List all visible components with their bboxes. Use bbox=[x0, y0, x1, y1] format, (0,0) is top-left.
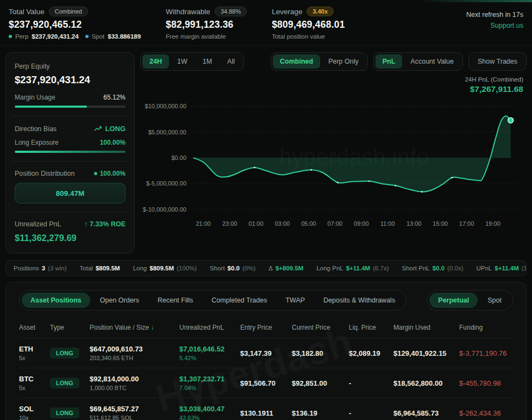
direction-bias-label: Direction Bias bbox=[15, 125, 57, 133]
distribution-dot-icon bbox=[94, 172, 97, 175]
perp-only-toggle[interactable]: Perp Only bbox=[321, 54, 366, 69]
side-badge: LONG bbox=[50, 378, 79, 388]
col-current-price[interactable]: Current Price bbox=[292, 324, 349, 331]
withdrawable-label: Withdrawable bbox=[166, 8, 210, 16]
summary-item: Δ$+809.5M bbox=[268, 265, 303, 271]
show-trades-button[interactable]: Show Trades bbox=[471, 54, 524, 69]
range-1w-tab[interactable]: 1W bbox=[170, 54, 195, 69]
pnl-chart-section: 24H 1W 1M All Combined Perp Only PnL Acc… bbox=[140, 52, 527, 254]
svg-text:23:00: 23:00 bbox=[222, 220, 237, 227]
col-margin-used[interactable]: Margin Used bbox=[393, 324, 459, 331]
support-us-link[interactable]: Support us bbox=[466, 22, 523, 29]
divider bbox=[12, 161, 128, 162]
unrealized-pnl: $1,307,232.71 bbox=[179, 375, 240, 383]
entry-price: $91,506.70 bbox=[240, 379, 292, 387]
position-distribution-box[interactable]: 809.47M bbox=[15, 183, 126, 203]
range-24h-tab[interactable]: 24H bbox=[142, 54, 169, 69]
unrealized-pnl-value: $11,362,279.69 bbox=[15, 233, 126, 243]
funding: $-3,771,190.76 bbox=[459, 349, 513, 357]
svg-text:17:00: 17:00 bbox=[459, 220, 474, 227]
chart-pnl-label: 24H PnL (Combined) bbox=[140, 76, 523, 83]
direction-bias-value: LONG bbox=[105, 125, 126, 133]
positions-table-card: Hyperdash Asset PositionsOpen OrdersRece… bbox=[5, 282, 527, 420]
perpetual-tab[interactable]: Perpetual bbox=[429, 293, 478, 308]
combined-toggle[interactable]: Combined bbox=[273, 54, 320, 69]
col-type[interactable]: Type bbox=[50, 324, 90, 331]
show-trades-group: Show Trades bbox=[468, 52, 527, 71]
current-price: $3,182.80 bbox=[292, 349, 349, 357]
long-exposure-label: Long Exposure bbox=[15, 139, 59, 146]
col-entry-price[interactable]: Entry Price bbox=[240, 324, 292, 331]
perp-equity-label: Perp Equity bbox=[15, 63, 126, 70]
svg-text:$-10,000,000.00: $-10,000,000.00 bbox=[143, 206, 186, 213]
leverage-stat: Leverage 3.40x $809,469,468.01 Total pos… bbox=[272, 7, 345, 40]
svg-text:13:00: 13:00 bbox=[406, 220, 422, 227]
long-exposure-bar bbox=[15, 151, 126, 153]
svg-text:$5,000,000.00: $5,000,000.00 bbox=[148, 129, 186, 135]
range-all-tab[interactable]: All bbox=[220, 54, 242, 69]
svg-text:19:00: 19:00 bbox=[485, 220, 500, 227]
tab-recent-fills[interactable]: Recent Fills bbox=[149, 293, 202, 308]
chart-pnl-value: $7,267,911.68 bbox=[140, 84, 523, 94]
position-size: 1,000.00 BTC bbox=[90, 385, 179, 391]
tab-open-orders[interactable]: Open Orders bbox=[91, 293, 148, 308]
table-row[interactable]: SOL10xLONG$69,645,857.27511,612.85 SOL$3… bbox=[19, 398, 513, 420]
margin-used: $129,401,922.15 bbox=[393, 349, 459, 357]
entry-price: $3,147.39 bbox=[240, 349, 292, 357]
asset-symbol: SOL bbox=[19, 405, 50, 413]
mode-toggle-group: Combined Perp Only bbox=[271, 52, 368, 71]
tab-deposits-withdrawals[interactable]: Deposits & Withdrawals bbox=[315, 293, 404, 308]
liq-price: $2,089.19 bbox=[349, 349, 393, 357]
withdrawable-stat: Withdrawable 34.88% $82,991,123.36 Free … bbox=[166, 7, 247, 40]
withdrawable-pct-badge: 34.88% bbox=[215, 7, 247, 16]
svg-text:21:00: 21:00 bbox=[196, 220, 211, 227]
summary-item: Short$0.0(0%) bbox=[210, 265, 255, 271]
unrealized-pnl-pct: 7.04% bbox=[179, 385, 240, 391]
position-value: $647,009,610.73 bbox=[90, 345, 179, 353]
current-price: $92,851.00 bbox=[292, 379, 349, 387]
position-value: $69,645,857.27 bbox=[90, 405, 179, 413]
trend-up-icon bbox=[94, 126, 102, 132]
range-1m-tab[interactable]: 1M bbox=[196, 54, 219, 69]
col-asset[interactable]: Asset bbox=[19, 324, 50, 331]
asset-leverage: 5x bbox=[19, 355, 50, 361]
margin-used: $6,964,585.73 bbox=[393, 409, 459, 417]
col-position-value[interactable]: Position Value / Size ↓ bbox=[90, 324, 179, 331]
asset-leverage: 10x bbox=[19, 415, 50, 420]
tab-completed-trades[interactable]: Completed Trades bbox=[203, 293, 276, 308]
table-row[interactable]: BTC5xLONG$92,814,000.001,000.00 BTC$1,30… bbox=[19, 368, 513, 398]
roe-value: ↑ 7.33% ROE bbox=[84, 220, 126, 228]
leverage-sub: Total position value bbox=[272, 33, 325, 40]
svg-text:09:00: 09:00 bbox=[354, 220, 369, 227]
combined-badge[interactable]: Combined bbox=[49, 7, 88, 16]
position-value: $92,814,000.00 bbox=[90, 375, 179, 383]
col-liq-price[interactable]: Liq. Price bbox=[349, 324, 393, 331]
tab-asset-positions[interactable]: Asset Positions bbox=[22, 293, 90, 308]
pnl-chart[interactable]: $10,000,000.00$5,000,000.00$0.00$-5,000,… bbox=[140, 95, 527, 232]
withdrawable-sub: Free margin available bbox=[166, 33, 226, 40]
position-distribution-pct: 100.00% bbox=[100, 170, 126, 177]
col-funding[interactable]: Funding bbox=[459, 324, 513, 331]
svg-text:$0.00: $0.00 bbox=[171, 155, 186, 161]
asset-symbol: BTC bbox=[19, 375, 50, 383]
liq-price: - bbox=[349, 379, 393, 387]
refresh-progress-bar bbox=[418, 0, 532, 2]
summary-item: Short PnL$0.0(0.0x) bbox=[402, 265, 464, 271]
leverage-amount: $809,469,468.01 bbox=[272, 19, 345, 30]
table-row[interactable]: ETH5xLONG$647,009,610.73203,340.65 ETH$7… bbox=[19, 338, 513, 368]
summary-item: Long$809.5M(100%) bbox=[133, 265, 197, 271]
top-stats-bar: Total Value Combined $237,920,465.12 Per… bbox=[0, 0, 532, 46]
spot-label: Spot bbox=[92, 33, 105, 40]
time-range-group: 24H 1W 1M All bbox=[140, 52, 244, 71]
spot-dot-icon bbox=[85, 35, 89, 38]
col-unrealized-pnl[interactable]: Unrealized PnL bbox=[179, 324, 240, 331]
unrealized-pnl: $3,038,400.47 bbox=[179, 405, 240, 413]
pnl-view-toggle[interactable]: PnL bbox=[375, 54, 403, 69]
refresh-countdown: Next refresh in 17s bbox=[466, 11, 523, 18]
svg-text:$10,000,000.00: $10,000,000.00 bbox=[145, 103, 186, 109]
spot-tab[interactable]: Spot bbox=[479, 293, 510, 308]
tab-twap[interactable]: TWAP bbox=[277, 293, 314, 308]
perp-equity-value: $237,920,431.24 bbox=[15, 74, 126, 86]
table-header-row: Asset Type Position Value / Size ↓ Unrea… bbox=[19, 320, 513, 338]
account-value-toggle[interactable]: Account Value bbox=[403, 54, 461, 69]
